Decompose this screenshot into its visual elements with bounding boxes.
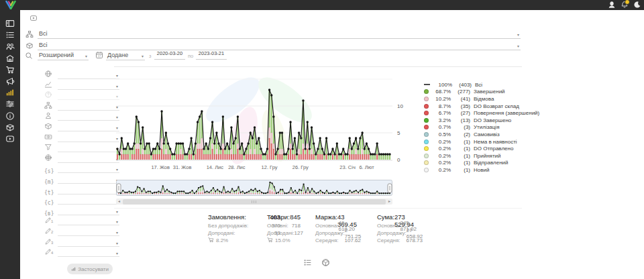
product-filter-select[interactable]: Всі ▾ [38, 39, 521, 50]
legend-item[interactable]: 0.2%(1)DO Отправлено [424, 145, 539, 152]
legend-item[interactable]: 0.5%(2)Самовивіз [424, 131, 539, 138]
sidebar-item-products-box[interactable] [5, 123, 15, 132]
panel-filter-select[interactable]: ▾ [58, 206, 119, 215]
legend-count: (277) [452, 89, 470, 95]
sidebar-item-settings-sliders[interactable] [5, 99, 15, 109]
stat-row-label: 8.2% [216, 237, 228, 243]
legend-item[interactable]: 68.7%(277)Завершений [424, 89, 539, 96]
sidebar-item-cart[interactable] [5, 65, 15, 74]
cart-icon [208, 237, 216, 244]
legend-item[interactable]: 0.2%(1)Відправлений [424, 160, 539, 167]
nav-handle-right[interactable] [388, 184, 392, 192]
sidebar-item-store[interactable] [5, 54, 15, 63]
date-from-input[interactable]: 2020-03-20 [154, 50, 185, 60]
stat-row-label: Основна: [377, 223, 400, 229]
sidebar-item-video[interactable] [5, 134, 15, 144]
panel-filter-select[interactable]: ▾ [58, 143, 119, 152]
pencil-icon: 1 [44, 216, 52, 224]
sidebar-item-dashboard[interactable] [5, 19, 15, 28]
video-hint-icon[interactable] [30, 14, 38, 22]
scroll-left-arrow-icon[interactable]: ◂ [116, 199, 122, 205]
sidebar-item-orders-list[interactable] [5, 30, 15, 40]
search-mode-select[interactable]: Розширений ▾ [38, 50, 89, 60]
cube-view-icon[interactable] [321, 258, 330, 267]
legend-item[interactable]: 3.2%(13)DO Завершено [424, 117, 539, 124]
chart-navigator[interactable] [116, 180, 392, 200]
panel-filter-row-help: ▾ [43, 91, 123, 100]
panel-filter-row-trend: ▾ [43, 80, 123, 90]
legend-label: Повернення (завершений) [474, 110, 539, 116]
panel-filter-select[interactable]: ▾ [58, 174, 119, 184]
sidebar-item-info[interactable] [5, 111, 15, 121]
panel-filter-select[interactable]: ▾ [58, 133, 119, 142]
apply-button[interactable]: Застосувати [67, 264, 113, 274]
panel-filter-select[interactable]: ▾ [58, 111, 119, 121]
legend-item[interactable]: 100%(403)Всі [424, 81, 539, 89]
panel-filter-select[interactable]: ▾ [58, 247, 119, 257]
scrollbar-thumb[interactable] [123, 199, 386, 205]
panel-filter-select[interactable]: ▾ [58, 80, 119, 90]
legend-count: (1) [452, 167, 470, 173]
panel-filter-select[interactable]: ▾ [58, 237, 119, 247]
status-filter-icon [25, 30, 34, 38]
date-from-value: 2020-03-20 [157, 50, 182, 56]
money-icon [44, 133, 52, 141]
list-view-icon[interactable] [303, 258, 312, 267]
panel-filter-select[interactable]: ▾ [58, 195, 119, 205]
legend-swatch [424, 89, 429, 94]
user-icon[interactable] [608, 1, 616, 9]
pencil-icon: 3 [44, 237, 52, 245]
stat-row-label: Основна: [315, 223, 338, 229]
legend-label: Всі [475, 82, 482, 88]
stat-row-label: Основні: [267, 223, 288, 229]
legend-count: (13) [452, 117, 470, 123]
panel-filter-select[interactable]: ▾ [58, 70, 119, 79]
chart-scrollbar[interactable]: ◂ ▸ [116, 199, 392, 205]
sidebar-item-customers[interactable] [5, 42, 15, 51]
stat-title-label: Сума: [377, 213, 394, 222]
legend-count: (1) [452, 153, 470, 159]
notifications-bell-icon[interactable] [621, 1, 629, 9]
status-filter-select[interactable]: Всі ▾ [38, 27, 521, 39]
panel-filter-select[interactable]: ▾ [58, 216, 119, 225]
date-field-select[interactable]: Додане ▾ [106, 50, 145, 60]
chevron-down-icon: ▾ [116, 230, 118, 235]
legend-item[interactable]: 8.7%(35)DO Возврат склад [424, 103, 539, 110]
panel-filter-row-globe-wire: ▾ [43, 154, 123, 163]
legend-item[interactable]: 0.2%(1)Прийнятий [424, 152, 539, 160]
topbar [0, 0, 644, 10]
globe-wire-icon [44, 154, 52, 162]
chevron-down-icon: ▾ [116, 209, 118, 214]
legend-item[interactable]: 0.7%(3)Утилізація [424, 124, 539, 131]
legend-percent: 3.2% [431, 117, 451, 123]
panel-filter-select[interactable]: ▾ [58, 164, 119, 173]
legend-label: Нема в наявності [474, 139, 517, 145]
stat-row: Основні:718 [267, 222, 301, 229]
date-to-input[interactable]: 2023-03-21 [196, 50, 227, 60]
panel-filter-select[interactable]: ▾ [58, 154, 119, 163]
stat-row-value: 127 [294, 230, 303, 236]
panel-filter-select[interactable]: ▾ [58, 227, 119, 236]
legend-item[interactable]: 10.2%(41)Відмова [424, 95, 539, 103]
sidebar-item-promo[interactable] [5, 76, 15, 86]
panel-filter-select[interactable]: ▾ [58, 185, 119, 194]
panel-filter-select[interactable]: ▾ [58, 101, 119, 111]
sidebar-item-analytics[interactable] [5, 88, 15, 97]
brand-logo-icon[interactable] [5, 1, 17, 9]
legend-item[interactable]: 0.2%(1)Новий [424, 166, 539, 174]
mini-chart-icon [71, 266, 76, 272]
stat-row-label: Без допродажів: [208, 223, 248, 229]
legend-item[interactable]: 6.7%(27)Повернення (завершений) [424, 109, 539, 117]
app-root: Всі ▾ Всі ▾ Розширений ▾ 17 [0, 0, 644, 279]
legend-label: Самовивіз [474, 131, 500, 137]
nav-handle-left[interactable] [117, 184, 121, 192]
scroll-right-arrow-icon[interactable]: ▸ [386, 199, 392, 205]
panel-filter-select[interactable]: ▾ [58, 122, 119, 131]
legend-swatch [424, 154, 429, 158]
legend-percent: 0.2% [431, 153, 451, 159]
dark-mode-moon-icon[interactable] [633, 1, 641, 9]
legend-item[interactable]: 0.2%(1)Нема в наявності [424, 138, 539, 146]
stat-title-label: Замовлення: [208, 213, 246, 222]
svg-text:10: 10 [397, 103, 403, 109]
panel-filter-select[interactable]: ▾ [58, 91, 119, 100]
